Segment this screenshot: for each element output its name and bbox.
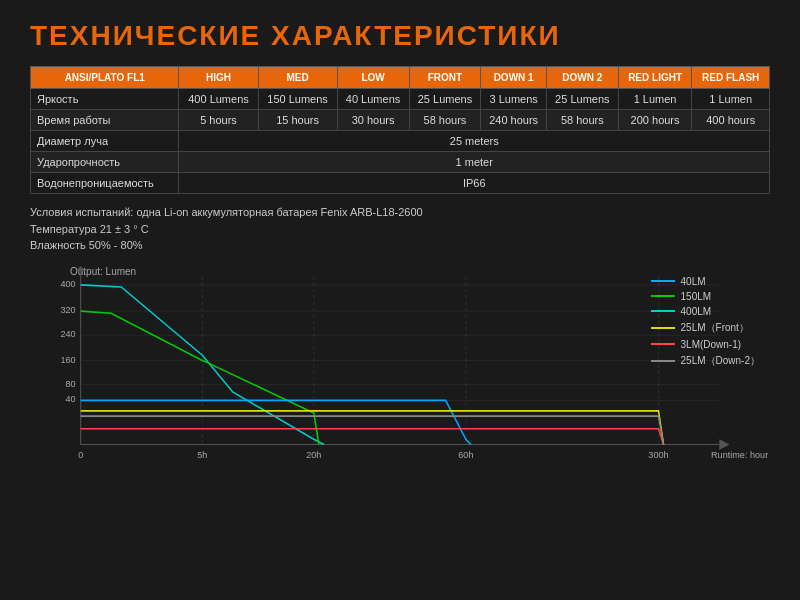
specs-table: ANSI/PLATO FL1HIGHMEDLOWFRONTDOWN 1DOWN … bbox=[30, 66, 770, 194]
page-title: ТЕХНИЧЕСКИЕ ХАРАКТЕРИСТИКИ bbox=[30, 20, 770, 52]
legend-color bbox=[651, 310, 675, 312]
legend-color bbox=[651, 343, 675, 345]
table-header: RED FLASH bbox=[692, 67, 770, 89]
table-row: Диаметр луча25 meters bbox=[31, 131, 770, 152]
legend-label: 25LM（Down-2） bbox=[681, 354, 760, 368]
table-cell: 15 hours bbox=[258, 110, 337, 131]
svg-text:240: 240 bbox=[60, 329, 75, 339]
legend-item: 150LM bbox=[651, 291, 760, 302]
notes-section: Условия испытаний: одна Li-on аккумулято… bbox=[30, 204, 770, 254]
table-cell-label: Ударопрочность bbox=[31, 152, 179, 173]
table-header: HIGH bbox=[179, 67, 258, 89]
legend-color bbox=[651, 280, 675, 282]
svg-text:20h: 20h bbox=[306, 450, 321, 460]
svg-text:60h: 60h bbox=[458, 450, 473, 460]
notes-line2: Температура 21 ± 3 ° С bbox=[30, 221, 770, 238]
table-header: FRONT bbox=[409, 67, 481, 89]
notes-line3: Влажность 50% - 80% bbox=[30, 237, 770, 254]
svg-marker-2 bbox=[719, 439, 729, 450]
legend-label: 3LM(Down-1) bbox=[681, 339, 742, 350]
table-header: RED LIGHT bbox=[618, 67, 692, 89]
svg-text:0: 0 bbox=[78, 450, 83, 460]
table-cell: 400 hours bbox=[692, 110, 770, 131]
svg-text:400: 400 bbox=[60, 278, 75, 288]
table-row: ВодонепроницаемостьIP66 bbox=[31, 173, 770, 194]
legend-color bbox=[651, 295, 675, 297]
table-cell: 200 hours bbox=[618, 110, 692, 131]
table-cell: 58 hours bbox=[546, 110, 618, 131]
svg-text:300h: 300h bbox=[648, 450, 668, 460]
chart-legend: 40LM150LM400LM25LM（Front）3LM(Down-1)25LM… bbox=[651, 276, 760, 372]
svg-text:40: 40 bbox=[65, 394, 75, 404]
svg-text:320: 320 bbox=[60, 305, 75, 315]
table-cell-merged: 1 meter bbox=[179, 152, 770, 173]
table-cell-merged: IP66 bbox=[179, 173, 770, 194]
table-header: ANSI/PLATO FL1 bbox=[31, 67, 179, 89]
legend-label: 40LM bbox=[681, 276, 706, 287]
svg-text:80: 80 bbox=[65, 378, 75, 388]
page: ТЕХНИЧЕСКИЕ ХАРАКТЕРИСТИКИ ANSI/PLATO FL… bbox=[0, 0, 800, 600]
table-cell: 30 hours bbox=[337, 110, 409, 131]
chart-area: Output: Lumen 400 320 240 160 80 40 bbox=[30, 266, 770, 476]
legend-item: 400LM bbox=[651, 306, 760, 317]
legend-item: 40LM bbox=[651, 276, 760, 287]
svg-text:Runtime: hour: Runtime: hour bbox=[711, 450, 768, 460]
table-header: MED bbox=[258, 67, 337, 89]
table-cell: 58 hours bbox=[409, 110, 481, 131]
table-cell: 40 Lumens bbox=[337, 89, 409, 110]
svg-marker-3 bbox=[76, 266, 86, 271]
table-row: Время работы5 hours15 hours30 hours58 ho… bbox=[31, 110, 770, 131]
svg-text:160: 160 bbox=[60, 354, 75, 364]
table-cell: 400 Lumens bbox=[179, 89, 258, 110]
table-cell: 1 Lumen bbox=[692, 89, 770, 110]
table-cell: 1 Lumen bbox=[618, 89, 692, 110]
table-header: DOWN 2 bbox=[546, 67, 618, 89]
legend-item: 25LM（Front） bbox=[651, 321, 760, 335]
table-cell-merged: 25 meters bbox=[179, 131, 770, 152]
legend-color bbox=[651, 360, 675, 362]
table-cell-label: Диаметр луча bbox=[31, 131, 179, 152]
svg-text:5h: 5h bbox=[197, 450, 207, 460]
table-row: Яркость400 Lumens150 Lumens40 Lumens25 L… bbox=[31, 89, 770, 110]
table-cell: 25 Lumens bbox=[409, 89, 481, 110]
table-header: LOW bbox=[337, 67, 409, 89]
legend-label: 400LM bbox=[681, 306, 712, 317]
table-cell: 150 Lumens bbox=[258, 89, 337, 110]
table-cell-label: Время работы bbox=[31, 110, 179, 131]
legend-color bbox=[651, 327, 675, 329]
table-cell: 5 hours bbox=[179, 110, 258, 131]
notes-line1: Условия испытаний: одна Li-on аккумулято… bbox=[30, 204, 770, 221]
table-cell: 240 hours bbox=[481, 110, 546, 131]
table-cell: 3 Lumens bbox=[481, 89, 546, 110]
table-cell-label: Водонепроницаемость bbox=[31, 173, 179, 194]
table-cell-label: Яркость bbox=[31, 89, 179, 110]
legend-label: 25LM（Front） bbox=[681, 321, 749, 335]
legend-item: 25LM（Down-2） bbox=[651, 354, 760, 368]
legend-item: 3LM(Down-1) bbox=[651, 339, 760, 350]
legend-label: 150LM bbox=[681, 291, 712, 302]
table-cell: 25 Lumens bbox=[546, 89, 618, 110]
table-header: DOWN 1 bbox=[481, 67, 546, 89]
table-row: Ударопрочность1 meter bbox=[31, 152, 770, 173]
